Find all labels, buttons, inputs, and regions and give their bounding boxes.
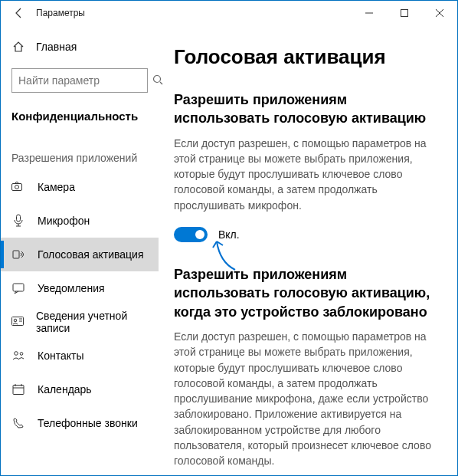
window-title: Параметры (36, 8, 85, 18)
voice-activation-toggle[interactable] (174, 227, 208, 242)
sidebar-item-camera[interactable]: Камера (1, 170, 159, 204)
microphone-icon (11, 214, 25, 228)
sidebar-item-account-info[interactable]: Сведения учетной записи (1, 305, 159, 339)
search-input[interactable] (18, 74, 152, 87)
notifications-icon (11, 281, 25, 295)
home-icon (11, 40, 25, 54)
sidebar-section-title: Конфиденциальность (1, 102, 159, 133)
sidebar-item-voice-activation[interactable]: Голосовая активация (1, 238, 159, 271)
search-box[interactable] (11, 68, 148, 93)
svg-point-5 (15, 185, 19, 189)
sidebar-item-label: Голосовая активация (38, 248, 144, 261)
sidebar-subsection-title: Разрешения приложений (1, 133, 159, 170)
sidebar-item-contacts[interactable]: Контакты (1, 339, 159, 373)
sidebar: Главная Конфиденциальность Разрешения пр… (1, 25, 159, 475)
section2-heading: Разрешить приложениям использовать голос… (174, 265, 447, 321)
sidebar-item-label: Камера (38, 181, 75, 193)
account-icon (11, 315, 24, 329)
titlebar: Параметры (1, 1, 457, 25)
sidebar-item-label: Сведения учетной записи (36, 310, 148, 334)
camera-icon (11, 180, 25, 194)
page-title: Голосовая активация (174, 45, 447, 69)
sidebar-item-label: Контакты (38, 350, 83, 362)
svg-point-10 (14, 319, 17, 322)
toggle-state-label: Вкл. (218, 228, 240, 241)
svg-rect-15 (13, 386, 24, 395)
svg-rect-7 (13, 251, 19, 258)
home-label: Главная (36, 41, 77, 53)
close-button[interactable] (422, 1, 457, 25)
maximize-button[interactable] (387, 1, 422, 25)
section1-description: Если доступ разрешен, с помощью параметр… (174, 136, 447, 213)
svg-rect-8 (13, 284, 24, 291)
sidebar-item-label: Уведомления (38, 282, 105, 294)
home-link[interactable]: Главная (1, 31, 159, 62)
svg-rect-4 (12, 184, 22, 191)
toggle-knob (195, 230, 204, 239)
svg-point-14 (20, 353, 23, 356)
svg-point-13 (15, 352, 18, 356)
sidebar-item-label: Телефонные звонки (38, 417, 138, 429)
sidebar-item-label: Микрофон (38, 215, 90, 227)
sidebar-item-microphone[interactable]: Микрофон (1, 204, 159, 238)
minimize-button[interactable] (352, 1, 387, 25)
phone-icon (11, 416, 25, 430)
back-button[interactable] (7, 1, 31, 25)
voice-activation-icon (11, 248, 25, 261)
contacts-icon (11, 349, 25, 363)
calendar-icon (11, 382, 25, 396)
sidebar-item-notifications[interactable]: Уведомления (1, 271, 159, 305)
section1-heading: Разрешить приложениям использовать голос… (174, 90, 447, 128)
svg-rect-1 (401, 10, 408, 17)
section2-description: Если доступ разрешен, с помощью параметр… (174, 329, 447, 469)
svg-rect-6 (17, 215, 21, 222)
sidebar-item-calendar[interactable]: Календарь (1, 373, 159, 406)
sidebar-item-label: Календарь (38, 383, 92, 396)
main-content: Голосовая активация Разрешить приложения… (159, 25, 457, 475)
sidebar-item-phone-calls[interactable]: Телефонные звонки (1, 406, 159, 440)
